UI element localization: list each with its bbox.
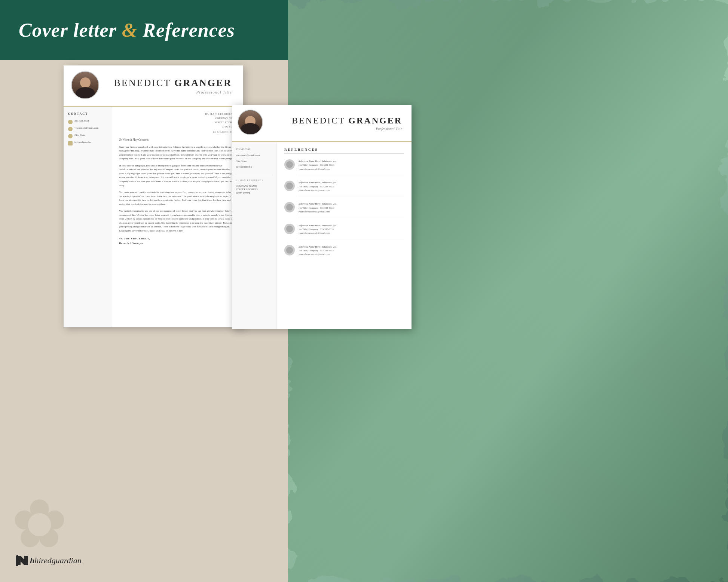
- ref-name-4: Reference Name Here: [299, 224, 320, 227]
- references-name: Benedict Granger: [292, 116, 402, 126]
- ref-email-4: yourreferenceemail@email.com: [299, 232, 330, 234]
- references-sidebar: 333.333.3333 youremail@email.com City, S…: [232, 142, 277, 329]
- cover-main-content: HUMAN RESOURCES COMPANY NAME STREET ADDR…: [112, 107, 243, 327]
- ref-job-2: Job Title | Company | 333-333-3333: [299, 185, 334, 188]
- ref-recipient-dept: HUMAN RESOURCES: [236, 179, 273, 182]
- cover-letter-name: Benedict Granger: [114, 77, 232, 89]
- ref-name-3: Reference Name Here: [299, 202, 320, 205]
- ref-email-5: yourreferenceemail@email.com: [299, 253, 330, 255]
- ref-person-avatar-1: [284, 159, 295, 170]
- ref-person-avatar-3: [284, 202, 295, 212]
- ref-job-3: Job Title | Company | 333-333-3333: [299, 206, 334, 209]
- ref-job-4: Job Title | Company | 333-333-3333: [299, 228, 334, 230]
- ref-email-3: yourreferenceemail@email.com: [299, 210, 330, 213]
- paragraph-3: You make yourself readily available for …: [119, 190, 236, 206]
- avatar: [71, 71, 99, 99]
- logo-text: hhiredguardian: [30, 556, 82, 566]
- ref-recipient-street: STREET ADDRESS: [236, 188, 273, 192]
- signature: Benedict Granger: [119, 241, 236, 245]
- ref-job-1: Job Title | Company | 333-333-3333: [299, 163, 334, 166]
- floral-decoration: ✿: [11, 485, 86, 560]
- logo-icon: [15, 554, 30, 567]
- cover-letter-header: Benedict Granger Professional Title: [64, 65, 243, 107]
- references-document: Benedict Granger Professional Title 333.…: [232, 105, 412, 329]
- location-icon: [68, 134, 73, 138]
- ref-name-1: Reference Name Here: [299, 160, 320, 162]
- ref-email-1: yourreferenceemail@email.com: [299, 168, 330, 170]
- reference-entry-4: Reference Name Here | Relation to you Jo…: [284, 224, 404, 239]
- contact-email: youremail@email.com: [68, 126, 107, 131]
- header-banner: Cover letter & References: [0, 0, 288, 60]
- ref-avatar: [238, 110, 263, 135]
- ref-linkedin: in/yourlinkedin: [236, 165, 273, 169]
- references-body: 333.333.3333 youremail@email.com City, S…: [232, 142, 412, 329]
- cover-letter-body: CONTACT 333.333.3333 youremail@email.com…: [64, 107, 243, 327]
- closing-label: YOURS SINCERELY,: [119, 237, 236, 240]
- phone-icon: [68, 120, 73, 124]
- ref-relation-text-3: Relation to you: [321, 202, 336, 205]
- references-title: Professional Title: [292, 127, 402, 131]
- ref-relation-text-1: Relation to you: [321, 160, 336, 162]
- ref-location: City, State: [236, 160, 273, 163]
- recipient-block: HUMAN RESOURCES COMPANY NAME STREET ADDR…: [119, 112, 236, 134]
- ref-email: youremail@email.com: [236, 154, 273, 157]
- salutation: To Whom It May Concern:: [119, 138, 236, 141]
- cover-sidebar: CONTACT 333.333.3333 youremail@email.com…: [64, 107, 112, 327]
- paragraph-1: Start your first paragraph off with your…: [119, 145, 236, 161]
- cover-letter-document: Benedict Granger Professional Title CONT…: [64, 65, 243, 327]
- paragraph-4: You might be tempted to use one of the f…: [119, 209, 236, 233]
- ref-avatar-image: [238, 110, 262, 134]
- avatar-image: [72, 72, 98, 98]
- reference-entry-1: Reference Name Here | Relation to you Jo…: [284, 159, 404, 175]
- references-main: REFERENCES Reference Name Here | Relatio…: [277, 142, 412, 329]
- paragraph-2: In your second paragraph, you should inc…: [119, 164, 236, 187]
- ref-email-2: yourreferenceemail@email.com: [299, 189, 330, 192]
- ref-name-2: Reference Name Here: [299, 181, 320, 184]
- ref-relation-text-5: Relation to you: [321, 245, 336, 248]
- ref-person-avatar-5: [284, 245, 295, 255]
- linkedin-icon: [68, 141, 73, 146]
- cover-letter-title: Professional Title: [114, 90, 232, 94]
- ref-phone: 333.333.3333: [236, 148, 273, 151]
- ref-relation-text-2: Relation to you: [321, 181, 336, 184]
- ref-name-5: Reference Name Here: [299, 245, 320, 248]
- email-icon: [68, 127, 73, 131]
- contact-location: City, State: [68, 134, 107, 138]
- header-title: Cover letter & References: [19, 19, 235, 41]
- ref-person-avatar-4: [284, 224, 295, 234]
- ref-job-5: Job Title | Company | 333-333-3333: [299, 249, 334, 252]
- references-header: Benedict Granger Professional Title: [232, 105, 412, 142]
- contact-phone: 333.333.3333: [68, 119, 107, 124]
- ref-recipient-city: CITY, STATE: [236, 192, 273, 195]
- reference-entry-2: Reference Name Here | Relation to you Jo…: [284, 181, 404, 196]
- ref-person-avatar-2: [284, 181, 295, 191]
- ref-recipient-company: COMPANY NAME: [236, 184, 273, 188]
- ref-relation-text-4: Relation to you: [321, 224, 336, 227]
- contact-linkedin: in/yourlinkedin: [68, 141, 107, 146]
- references-section-title: REFERENCES: [284, 148, 404, 154]
- logo: hhiredguardian: [15, 554, 82, 567]
- reference-entry-3: Reference Name Here | Relation to you Jo…: [284, 202, 404, 218]
- closing-block: YOURS SINCERELY, Benedict Granger: [119, 237, 236, 245]
- contact-section-label: CONTACT: [68, 112, 107, 116]
- reference-entry-5: Reference Name Here | Relation to you Jo…: [284, 245, 404, 260]
